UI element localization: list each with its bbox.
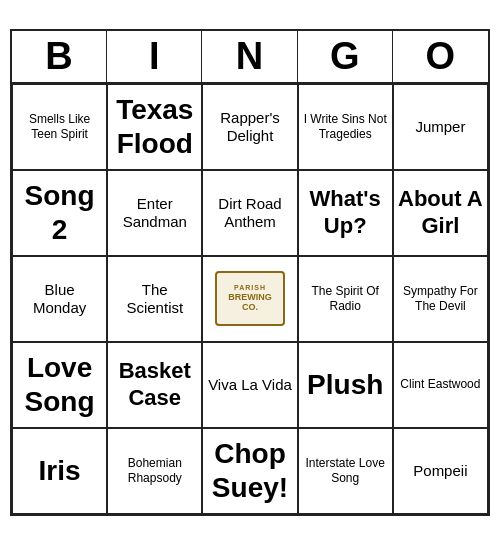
bingo-cell-20: Iris	[12, 428, 107, 514]
bingo-cell-22: Chop Suey!	[202, 428, 297, 514]
bingo-cell-14: Sympathy For The Devil	[393, 256, 488, 342]
bingo-cell-17: Viva La Vida	[202, 342, 297, 428]
header-letter-i: I	[107, 31, 202, 82]
bingo-cell-15: Love Song	[12, 342, 107, 428]
bingo-cell-7: Dirt Road Anthem	[202, 170, 297, 256]
bingo-cell-9: About A Girl	[393, 170, 488, 256]
bingo-card: BINGO Smells Like Teen SpiritTexas Flood…	[10, 29, 490, 516]
bingo-grid: Smells Like Teen SpiritTexas FloodRapper…	[12, 84, 488, 514]
bingo-cell-8: What's Up?	[298, 170, 393, 256]
header-letter-g: G	[298, 31, 393, 82]
bingo-cell-13: The Spirit Of Radio	[298, 256, 393, 342]
bingo-cell-12: PARISH BREWINGCO.	[202, 256, 297, 342]
bingo-cell-2: Rapper's Delight	[202, 84, 297, 170]
bingo-cell-0: Smells Like Teen Spirit	[12, 84, 107, 170]
bingo-header: BINGO	[12, 31, 488, 84]
bingo-cell-21: Bohemian Rhapsody	[107, 428, 202, 514]
bingo-cell-6: Enter Sandman	[107, 170, 202, 256]
bingo-cell-10: Blue Monday	[12, 256, 107, 342]
bingo-cell-24: Pompeii	[393, 428, 488, 514]
bingo-cell-18: Plush	[298, 342, 393, 428]
bingo-cell-4: Jumper	[393, 84, 488, 170]
bingo-cell-1: Texas Flood	[107, 84, 202, 170]
bingo-cell-5: Song 2	[12, 170, 107, 256]
header-letter-o: O	[393, 31, 488, 82]
header-letter-b: B	[12, 31, 107, 82]
bingo-cell-11: The Scientist	[107, 256, 202, 342]
bingo-cell-23: Interstate Love Song	[298, 428, 393, 514]
bingo-cell-16: Basket Case	[107, 342, 202, 428]
bingo-cell-3: I Write Sins Not Tragedies	[298, 84, 393, 170]
bingo-cell-19: Clint Eastwood	[393, 342, 488, 428]
header-letter-n: N	[202, 31, 297, 82]
